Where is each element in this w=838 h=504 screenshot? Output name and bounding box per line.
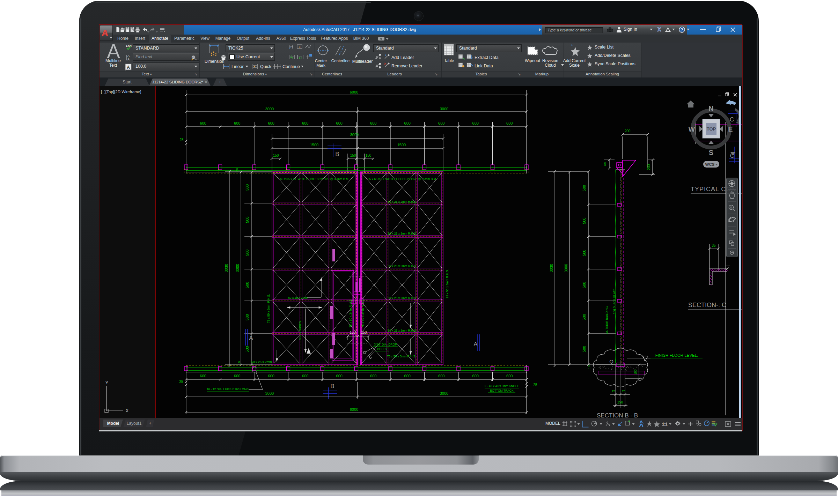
svg-text:150: 150 xyxy=(634,369,637,375)
svg-text:500: 500 xyxy=(582,346,586,352)
svg-text:75 x 50 x 3mm R.H.S.: 75 x 50 x 3mm R.H.S. xyxy=(267,294,270,323)
svg-text:75 x 50 x 3mm R.H.S.: 75 x 50 x 3mm R.H.S. xyxy=(349,298,352,327)
svg-text:FINISH FLOOR LEVEL.: FINISH FLOOR LEVEL. xyxy=(655,353,698,357)
svg-text:A: A xyxy=(473,341,478,348)
svg-text:2 - 40 x 40 x 3mm ANGLE: 2 - 40 x 40 x 3mm ANGLE xyxy=(485,384,519,388)
svg-text:TOP: TOP xyxy=(707,126,716,132)
svg-text:3000: 3000 xyxy=(440,391,448,395)
svg-text:Scale List: Scale List xyxy=(595,45,614,50)
svg-text:ABC: ABC xyxy=(126,45,132,48)
svg-text:150: 150 xyxy=(361,331,367,334)
svg-text:1:1: 1:1 xyxy=(662,422,667,426)
svg-text:75: 75 xyxy=(622,390,625,393)
svg-text:W: W xyxy=(689,125,695,133)
svg-text:150: 150 xyxy=(366,154,372,157)
svg-text:600: 600 xyxy=(268,374,274,378)
svg-text:50 x 25 x 2mm: 50 x 25 x 2mm xyxy=(251,360,272,364)
svg-text:WCS: WCS xyxy=(705,162,715,166)
svg-text:500: 500 xyxy=(582,217,586,224)
svg-text:500: 500 xyxy=(582,282,586,288)
svg-text:3000: 3000 xyxy=(265,107,274,111)
svg-text:?: ? xyxy=(681,28,683,32)
svg-text:18g BLACK PLATE.: 18g BLACK PLATE. xyxy=(612,288,616,314)
svg-text:6000: 6000 xyxy=(350,407,358,412)
svg-text:600: 600 xyxy=(438,374,444,378)
svg-text:600: 600 xyxy=(404,374,411,378)
svg-text:600: 600 xyxy=(302,121,308,125)
svg-text:600: 600 xyxy=(472,121,479,125)
svg-text:600: 600 xyxy=(336,374,343,378)
svg-text:10: 10 xyxy=(237,361,241,365)
svg-text:600: 600 xyxy=(438,121,444,125)
svg-text:50 x 25 x 2mm R.H.S.: 50 x 25 x 2mm R.H.S. xyxy=(388,232,417,235)
svg-text:75 x 50 x 3mm R.H.S.: 75 x 50 x 3mm R.H.S. xyxy=(361,298,365,327)
svg-text:600: 600 xyxy=(200,121,206,125)
svg-text:500: 500 xyxy=(245,250,249,256)
svg-text:600: 600 xyxy=(370,374,376,378)
svg-text:3/16" DIA. DROP: 3/16" DIA. DROP xyxy=(374,343,397,346)
svg-text:500: 500 xyxy=(582,314,586,320)
svg-text:600: 600 xyxy=(268,121,274,125)
svg-text:200: 200 xyxy=(647,164,651,170)
svg-text:50 x 25 x 2mm R.H.S.: 50 x 25 x 2mm R.H.S. xyxy=(388,200,417,203)
svg-text:60 x 25 x 2mm: 60 x 25 x 2mm xyxy=(288,296,308,299)
svg-text:10: 10 xyxy=(587,365,591,369)
svg-text:1500: 1500 xyxy=(310,143,318,147)
svg-text:500: 500 xyxy=(582,185,586,191)
svg-text:20: 20 xyxy=(235,168,239,172)
svg-text:600: 600 xyxy=(506,374,513,378)
svg-text:600: 600 xyxy=(336,121,343,125)
svg-text:600: 600 xyxy=(234,374,240,378)
svg-text:Add/Delete Scales: Add/Delete Scales xyxy=(595,53,631,58)
svg-text:600: 600 xyxy=(472,374,479,378)
svg-text:N: N xyxy=(708,105,713,112)
svg-text:A: A xyxy=(127,54,130,58)
svg-text:200: 200 xyxy=(625,129,631,133)
svg-text:Remove Leader: Remove Leader xyxy=(391,64,422,68)
svg-text:3000: 3000 xyxy=(235,264,240,272)
svg-text:BOTTOM TRACK: BOTTOM TRACK xyxy=(490,389,514,392)
svg-text:Extract Data: Extract Data xyxy=(475,55,499,60)
svg-text:16 - 12 DIA. LUGS x 160 LONG: 16 - 12 DIA. LUGS x 160 LONG xyxy=(207,387,249,391)
svg-text:600: 600 xyxy=(302,374,308,378)
svg-text:150: 150 xyxy=(350,154,356,157)
svg-text:500: 500 xyxy=(245,346,249,352)
svg-text:75: 75 xyxy=(612,390,615,393)
svg-text:50 x 25 x 2mm R.H.S.: 50 x 25 x 2mm R.H.S. xyxy=(388,264,417,268)
svg-text:50 x 25 x 2mm R.H.S.: 50 x 25 x 2mm R.H.S. xyxy=(388,329,417,332)
svg-text:500: 500 xyxy=(582,250,586,256)
svg-text:E: E xyxy=(728,125,733,133)
svg-text:OUTSIDE BUILDING: OUTSIDE BUILDING xyxy=(605,306,609,334)
svg-text:25: 25 xyxy=(533,383,537,387)
svg-text:Sync Scale Positions: Sync Scale Positions xyxy=(595,61,635,66)
svg-text:75 x 50 x 3mm R.H.S.: 75 x 50 x 3mm R.H.S. xyxy=(446,269,449,298)
svg-text:3030: 3030 xyxy=(224,264,228,272)
svg-text:Add Leader: Add Leader xyxy=(391,55,414,60)
svg-text:3 No x SHOES: 3 No x SHOES xyxy=(299,321,302,340)
svg-text:600: 600 xyxy=(370,121,376,125)
svg-text:3030: 3030 xyxy=(549,264,553,272)
svg-text:500: 500 xyxy=(245,184,249,191)
svg-text:500: 500 xyxy=(245,216,249,223)
svg-text:3000: 3000 xyxy=(440,107,448,111)
svg-text:Continue: Continue xyxy=(282,64,300,69)
svg-text:600: 600 xyxy=(404,121,411,125)
svg-text:25: 25 xyxy=(179,138,184,142)
svg-text:X: X xyxy=(126,408,128,413)
svg-text:50 x 25 x 2mm R.H.S.: 50 x 25 x 2mm R.H.S. xyxy=(388,296,417,300)
svg-text:SECTION-: C: SECTION-: C xyxy=(688,302,726,309)
svg-text:500: 500 xyxy=(245,314,249,320)
svg-text:600: 600 xyxy=(234,121,240,125)
svg-text:X: X xyxy=(657,27,661,32)
svg-text:68: 68 xyxy=(603,162,607,166)
svg-text:A: A xyxy=(101,28,109,38)
svg-text:SECTION B - B: SECTION B - B xyxy=(597,412,638,418)
svg-text:S: S xyxy=(709,149,713,156)
svg-text:Q: Q xyxy=(609,358,613,364)
svg-text:65 x 65 x 6 L WITH 2 HOLES 22: 65 x 65 x 6 L WITH 2 HOLES 22 DIA. @ 35m… xyxy=(280,177,349,181)
svg-text:3000: 3000 xyxy=(265,391,274,395)
svg-text:3000: 3000 xyxy=(350,133,359,137)
svg-text:150: 150 xyxy=(350,331,356,334)
svg-text:Linear: Linear xyxy=(231,64,244,69)
svg-text:500: 500 xyxy=(245,282,249,288)
